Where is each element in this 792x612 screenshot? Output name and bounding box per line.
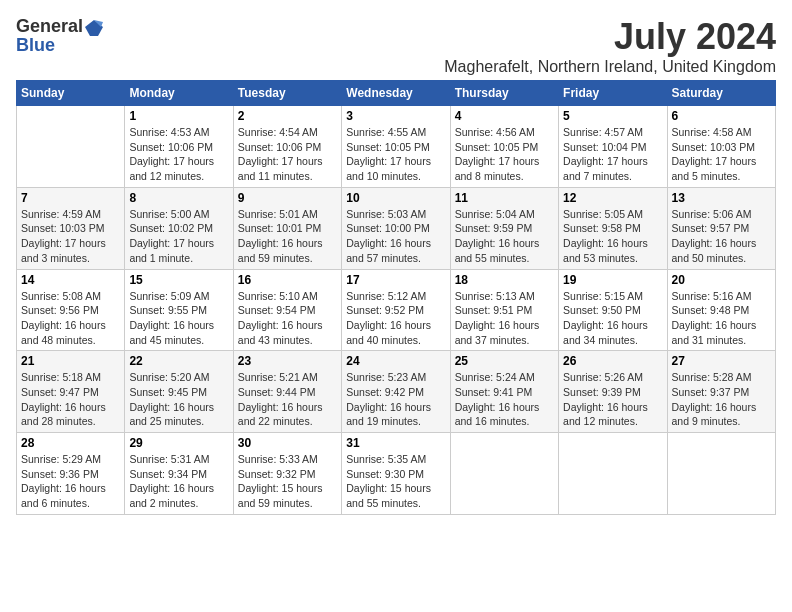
calendar-cell: 25Sunrise: 5:24 AM Sunset: 9:41 PM Dayli…: [450, 351, 558, 433]
header-cell-monday: Monday: [125, 81, 233, 106]
calendar-row: 7Sunrise: 4:59 AM Sunset: 10:03 PM Dayli…: [17, 187, 776, 269]
calendar-cell: 22Sunrise: 5:20 AM Sunset: 9:45 PM Dayli…: [125, 351, 233, 433]
calendar-row: 14Sunrise: 5:08 AM Sunset: 9:56 PM Dayli…: [17, 269, 776, 351]
header-cell-tuesday: Tuesday: [233, 81, 341, 106]
calendar-cell: 26Sunrise: 5:26 AM Sunset: 9:39 PM Dayli…: [559, 351, 667, 433]
calendar-cell: 15Sunrise: 5:09 AM Sunset: 9:55 PM Dayli…: [125, 269, 233, 351]
calendar-cell: [667, 433, 775, 515]
calendar-cell: 19Sunrise: 5:15 AM Sunset: 9:50 PM Dayli…: [559, 269, 667, 351]
cell-date: 24: [346, 354, 445, 368]
cell-date: 2: [238, 109, 337, 123]
calendar-cell: 12Sunrise: 5:05 AM Sunset: 9:58 PM Dayli…: [559, 187, 667, 269]
calendar-cell: 6Sunrise: 4:58 AM Sunset: 10:03 PM Dayli…: [667, 106, 775, 188]
calendar-cell: 11Sunrise: 5:04 AM Sunset: 9:59 PM Dayli…: [450, 187, 558, 269]
calendar-cell: 21Sunrise: 5:18 AM Sunset: 9:47 PM Dayli…: [17, 351, 125, 433]
calendar-title: July 2024: [444, 16, 776, 58]
calendar-row: 21Sunrise: 5:18 AM Sunset: 9:47 PM Dayli…: [17, 351, 776, 433]
calendar-cell: [559, 433, 667, 515]
cell-date: 31: [346, 436, 445, 450]
logo-bird-icon: [85, 18, 103, 36]
cell-info: Sunrise: 4:57 AM Sunset: 10:04 PM Daylig…: [563, 125, 662, 184]
calendar-cell: 29Sunrise: 5:31 AM Sunset: 9:34 PM Dayli…: [125, 433, 233, 515]
cell-date: 30: [238, 436, 337, 450]
cell-info: Sunrise: 5:35 AM Sunset: 9:30 PM Dayligh…: [346, 452, 445, 511]
calendar-table: SundayMondayTuesdayWednesdayThursdayFrid…: [16, 80, 776, 515]
cell-date: 22: [129, 354, 228, 368]
cell-date: 19: [563, 273, 662, 287]
logo-general: General: [16, 16, 83, 37]
calendar-cell: 14Sunrise: 5:08 AM Sunset: 9:56 PM Dayli…: [17, 269, 125, 351]
cell-info: Sunrise: 5:16 AM Sunset: 9:48 PM Dayligh…: [672, 289, 771, 348]
logo: General Blue: [16, 16, 103, 56]
calendar-cell: 9Sunrise: 5:01 AM Sunset: 10:01 PM Dayli…: [233, 187, 341, 269]
calendar-cell: 17Sunrise: 5:12 AM Sunset: 9:52 PM Dayli…: [342, 269, 450, 351]
cell-info: Sunrise: 5:12 AM Sunset: 9:52 PM Dayligh…: [346, 289, 445, 348]
cell-info: Sunrise: 5:04 AM Sunset: 9:59 PM Dayligh…: [455, 207, 554, 266]
cell-info: Sunrise: 5:33 AM Sunset: 9:32 PM Dayligh…: [238, 452, 337, 511]
cell-info: Sunrise: 4:55 AM Sunset: 10:05 PM Daylig…: [346, 125, 445, 184]
cell-date: 11: [455, 191, 554, 205]
logo-blue: Blue: [16, 35, 55, 56]
cell-info: Sunrise: 5:18 AM Sunset: 9:47 PM Dayligh…: [21, 370, 120, 429]
cell-info: Sunrise: 5:20 AM Sunset: 9:45 PM Dayligh…: [129, 370, 228, 429]
calendar-cell: 13Sunrise: 5:06 AM Sunset: 9:57 PM Dayli…: [667, 187, 775, 269]
cell-info: Sunrise: 5:24 AM Sunset: 9:41 PM Dayligh…: [455, 370, 554, 429]
cell-info: Sunrise: 5:00 AM Sunset: 10:02 PM Daylig…: [129, 207, 228, 266]
calendar-cell: 3Sunrise: 4:55 AM Sunset: 10:05 PM Dayli…: [342, 106, 450, 188]
cell-date: 29: [129, 436, 228, 450]
calendar-row: 28Sunrise: 5:29 AM Sunset: 9:36 PM Dayli…: [17, 433, 776, 515]
cell-date: 20: [672, 273, 771, 287]
cell-info: Sunrise: 5:09 AM Sunset: 9:55 PM Dayligh…: [129, 289, 228, 348]
cell-info: Sunrise: 5:15 AM Sunset: 9:50 PM Dayligh…: [563, 289, 662, 348]
cell-info: Sunrise: 4:58 AM Sunset: 10:03 PM Daylig…: [672, 125, 771, 184]
calendar-cell: 20Sunrise: 5:16 AM Sunset: 9:48 PM Dayli…: [667, 269, 775, 351]
calendar-cell: 27Sunrise: 5:28 AM Sunset: 9:37 PM Dayli…: [667, 351, 775, 433]
cell-date: 4: [455, 109, 554, 123]
cell-info: Sunrise: 4:54 AM Sunset: 10:06 PM Daylig…: [238, 125, 337, 184]
cell-date: 25: [455, 354, 554, 368]
calendar-cell: 4Sunrise: 4:56 AM Sunset: 10:05 PM Dayli…: [450, 106, 558, 188]
calendar-cell: 28Sunrise: 5:29 AM Sunset: 9:36 PM Dayli…: [17, 433, 125, 515]
cell-info: Sunrise: 5:08 AM Sunset: 9:56 PM Dayligh…: [21, 289, 120, 348]
header-cell-sunday: Sunday: [17, 81, 125, 106]
calendar-cell: 31Sunrise: 5:35 AM Sunset: 9:30 PM Dayli…: [342, 433, 450, 515]
cell-info: Sunrise: 5:23 AM Sunset: 9:42 PM Dayligh…: [346, 370, 445, 429]
page-header: General Blue July 2024 Magherafelt, Nort…: [16, 16, 776, 76]
cell-date: 8: [129, 191, 228, 205]
header-cell-saturday: Saturday: [667, 81, 775, 106]
calendar-row: 1Sunrise: 4:53 AM Sunset: 10:06 PM Dayli…: [17, 106, 776, 188]
cell-info: Sunrise: 4:59 AM Sunset: 10:03 PM Daylig…: [21, 207, 120, 266]
cell-date: 16: [238, 273, 337, 287]
calendar-cell: 30Sunrise: 5:33 AM Sunset: 9:32 PM Dayli…: [233, 433, 341, 515]
calendar-cell: 1Sunrise: 4:53 AM Sunset: 10:06 PM Dayli…: [125, 106, 233, 188]
cell-date: 6: [672, 109, 771, 123]
cell-date: 14: [21, 273, 120, 287]
cell-info: Sunrise: 5:06 AM Sunset: 9:57 PM Dayligh…: [672, 207, 771, 266]
cell-info: Sunrise: 5:21 AM Sunset: 9:44 PM Dayligh…: [238, 370, 337, 429]
calendar-cell: 8Sunrise: 5:00 AM Sunset: 10:02 PM Dayli…: [125, 187, 233, 269]
calendar-cell: 23Sunrise: 5:21 AM Sunset: 9:44 PM Dayli…: [233, 351, 341, 433]
calendar-cell: 16Sunrise: 5:10 AM Sunset: 9:54 PM Dayli…: [233, 269, 341, 351]
cell-date: 12: [563, 191, 662, 205]
cell-info: Sunrise: 4:53 AM Sunset: 10:06 PM Daylig…: [129, 125, 228, 184]
cell-info: Sunrise: 5:31 AM Sunset: 9:34 PM Dayligh…: [129, 452, 228, 511]
cell-date: 23: [238, 354, 337, 368]
cell-info: Sunrise: 5:01 AM Sunset: 10:01 PM Daylig…: [238, 207, 337, 266]
cell-date: 21: [21, 354, 120, 368]
cell-info: Sunrise: 4:56 AM Sunset: 10:05 PM Daylig…: [455, 125, 554, 184]
calendar-cell: 2Sunrise: 4:54 AM Sunset: 10:06 PM Dayli…: [233, 106, 341, 188]
header-cell-thursday: Thursday: [450, 81, 558, 106]
cell-date: 13: [672, 191, 771, 205]
calendar-cell: 18Sunrise: 5:13 AM Sunset: 9:51 PM Dayli…: [450, 269, 558, 351]
cell-date: 27: [672, 354, 771, 368]
cell-date: 15: [129, 273, 228, 287]
cell-date: 26: [563, 354, 662, 368]
title-block: July 2024 Magherafelt, Northern Ireland,…: [444, 16, 776, 76]
cell-date: 17: [346, 273, 445, 287]
cell-date: 18: [455, 273, 554, 287]
calendar-cell: 10Sunrise: 5:03 AM Sunset: 10:00 PM Dayl…: [342, 187, 450, 269]
header-cell-friday: Friday: [559, 81, 667, 106]
cell-date: 7: [21, 191, 120, 205]
cell-info: Sunrise: 5:03 AM Sunset: 10:00 PM Daylig…: [346, 207, 445, 266]
cell-date: 9: [238, 191, 337, 205]
